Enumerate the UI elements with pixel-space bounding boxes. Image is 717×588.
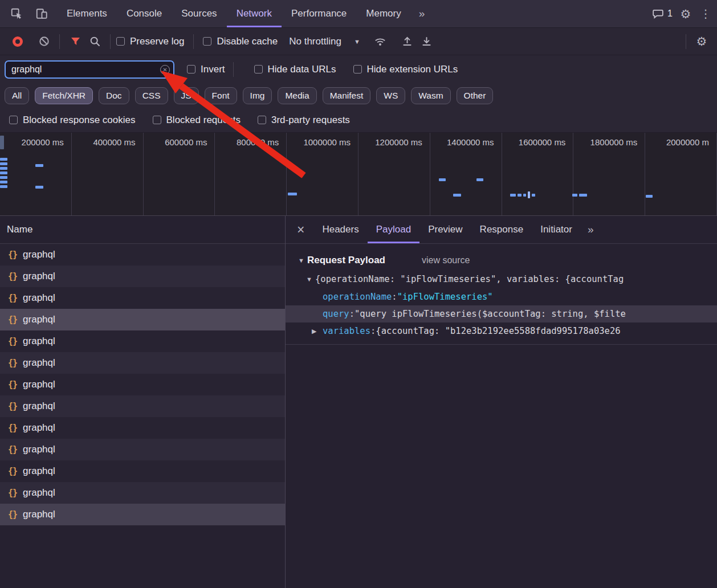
request-row[interactable]: {} graphql bbox=[0, 417, 285, 439]
request-row[interactable]: {} graphql bbox=[0, 266, 285, 287]
request-row[interactable]: {} graphql bbox=[0, 244, 285, 266]
request-row[interactable]: {} graphql bbox=[0, 460, 285, 482]
throttling-dropdown[interactable]: No throttling ▼ bbox=[289, 36, 360, 47]
more-tabs-icon[interactable]: » bbox=[411, 0, 433, 27]
timeline-tick-label: 600000 ms bbox=[165, 137, 207, 147]
resource-type-chip[interactable]: Wasm bbox=[411, 87, 450, 104]
panel-tab[interactable]: Performance bbox=[282, 0, 356, 27]
payload-rows: operationName : "ipFlowTimeseries" query… bbox=[286, 288, 717, 340]
details-tabbar: × HeadersPayloadPreviewResponseInitiator… bbox=[286, 216, 717, 244]
request-row[interactable]: {} graphql bbox=[0, 330, 285, 352]
payload-property-row[interactable]: operationName : "ipFlowTimeseries" bbox=[286, 288, 717, 305]
details-tab[interactable]: Preview bbox=[419, 216, 471, 243]
timeline-tick-label: 2000000 m bbox=[666, 137, 709, 147]
fetch-xhr-icon: {} bbox=[8, 315, 17, 325]
resource-type-chip[interactable]: Doc bbox=[99, 87, 129, 104]
request-row[interactable]: {} graphql bbox=[0, 482, 285, 504]
more-details-tabs-icon[interactable]: » bbox=[581, 216, 601, 243]
clear-filter-icon[interactable]: ✕ bbox=[160, 65, 170, 75]
payload-tree: ▼ {operationName: "ipFlowTimeseries", va… bbox=[286, 270, 717, 345]
request-row[interactable]: {} graphql bbox=[0, 287, 285, 309]
network-overview-timeline[interactable]: 200000 ms400000 ms600000 ms800000 ms1000… bbox=[0, 133, 717, 216]
close-details-icon[interactable]: × bbox=[286, 216, 313, 243]
checkbox bbox=[116, 37, 125, 46]
search-icon[interactable] bbox=[85, 32, 104, 51]
details-tab[interactable]: Payload bbox=[368, 216, 419, 243]
details-tab[interactable]: Initiator bbox=[532, 216, 581, 243]
timeline-column: 1400000 ms bbox=[430, 133, 502, 215]
resource-type-chip[interactable]: Manifest bbox=[323, 87, 371, 104]
panel-tab[interactable]: Elements bbox=[57, 0, 117, 27]
filter-option-checkbox[interactable]: Blocked requests bbox=[153, 115, 241, 126]
payload-property-row[interactable]: query : "query ipFlowTimeseries($account… bbox=[286, 305, 717, 322]
request-payload-section[interactable]: ▼ Request Payload view source bbox=[286, 251, 717, 270]
request-row[interactable]: {} graphql bbox=[0, 395, 285, 417]
payload-summary-row[interactable]: ▼ {operationName: "ipFlowTimeseries", va… bbox=[286, 270, 717, 288]
checkbox bbox=[9, 116, 18, 124]
invert-checkbox[interactable]: Invert bbox=[187, 64, 225, 75]
timeline-column: 200000 ms bbox=[0, 133, 72, 215]
network-settings-gear-icon[interactable]: ⚙ bbox=[692, 32, 711, 51]
resource-type-chip[interactable]: WS bbox=[376, 87, 405, 104]
filter-option-checkbox[interactable]: 3rd-party requests bbox=[258, 115, 350, 126]
fetch-xhr-icon: {} bbox=[8, 250, 17, 260]
timeline-tick-label: 200000 ms bbox=[22, 137, 64, 147]
network-conditions-icon[interactable] bbox=[370, 32, 390, 51]
filter-input[interactable] bbox=[5, 60, 174, 79]
timeline-scroll-thumb[interactable] bbox=[0, 136, 4, 149]
details-tab[interactable]: Response bbox=[471, 216, 532, 243]
resource-type-chip[interactable]: Font bbox=[205, 87, 237, 104]
request-row[interactable]: {} graphql bbox=[0, 439, 285, 460]
request-row[interactable]: {} graphql bbox=[0, 374, 285, 395]
panel-tab[interactable]: Memory bbox=[356, 0, 410, 27]
disable-cache-checkbox[interactable]: Disable cache bbox=[203, 36, 278, 47]
resource-type-chip[interactable]: All bbox=[5, 87, 29, 104]
resource-type-chip[interactable]: Img bbox=[243, 87, 272, 104]
inspect-element-icon[interactable] bbox=[7, 4, 26, 23]
settings-gear-icon[interactable]: ⚙ bbox=[676, 4, 695, 23]
fetch-xhr-icon: {} bbox=[8, 423, 17, 433]
hide-extension-urls-checkbox[interactable]: Hide extension URLs bbox=[353, 64, 458, 75]
request-name: graphql bbox=[23, 466, 55, 477]
kebab-menu-icon[interactable]: ⋮ bbox=[699, 4, 712, 23]
timeline-tick-label: 1600000 ms bbox=[519, 137, 566, 147]
resource-type-chip[interactable]: Fetch/XHR bbox=[35, 87, 93, 104]
view-source-link[interactable]: view source bbox=[422, 255, 470, 266]
payload-property-row[interactable]: ▶ variables : {accountTag: "b12e3b2192ee… bbox=[286, 322, 717, 340]
resource-type-chip[interactable]: JS bbox=[174, 87, 199, 104]
timeline-column: 600000 ms bbox=[144, 133, 215, 215]
resource-type-chip[interactable]: Other bbox=[457, 87, 494, 104]
network-split-view: Name {} graphql {} graphql {} gr bbox=[0, 216, 717, 588]
console-messages-icon[interactable] bbox=[650, 4, 665, 23]
devtools-tabbar: ElementsConsoleSourcesNetworkPerformance… bbox=[0, 0, 717, 28]
timeline-tick-label: 1000000 ms bbox=[303, 137, 351, 147]
panel-tab[interactable]: Network bbox=[227, 0, 282, 27]
preserve-log-checkbox[interactable]: Preserve log bbox=[116, 36, 184, 47]
request-row[interactable]: {} graphql bbox=[0, 309, 285, 330]
property-key: query bbox=[323, 309, 349, 319]
chevron-down-icon: ▼ bbox=[354, 38, 360, 45]
request-name: graphql bbox=[23, 379, 55, 390]
timeline-tick-label: 1400000 ms bbox=[447, 137, 494, 147]
request-row[interactable]: {} graphql bbox=[0, 504, 285, 525]
panel-tab[interactable]: Sources bbox=[172, 0, 226, 27]
timeline-column: 2000000 m bbox=[645, 133, 717, 215]
hide-data-urls-checkbox[interactable]: Hide data URLs bbox=[254, 64, 336, 75]
name-column-header[interactable]: Name bbox=[0, 216, 285, 244]
export-har-icon[interactable] bbox=[417, 32, 437, 51]
request-row[interactable]: {} graphql bbox=[0, 352, 285, 374]
request-name: graphql bbox=[23, 249, 55, 260]
details-tab[interactable]: Headers bbox=[313, 216, 367, 243]
checkbox-label: Hide extension URLs bbox=[367, 64, 458, 75]
fetch-xhr-icon: {} bbox=[8, 444, 17, 455]
record-network-log-icon[interactable] bbox=[8, 32, 27, 51]
panel-tab[interactable]: Console bbox=[117, 0, 172, 27]
filter-funnel-icon[interactable] bbox=[66, 32, 85, 51]
property-separator: : bbox=[392, 292, 397, 302]
filter-option-checkbox[interactable]: Blocked response cookies bbox=[9, 115, 136, 126]
device-toolbar-icon[interactable] bbox=[32, 4, 51, 23]
import-har-icon[interactable] bbox=[398, 32, 417, 51]
resource-type-chip[interactable]: CSS bbox=[135, 87, 168, 104]
clear-network-log-icon[interactable] bbox=[34, 32, 54, 51]
resource-type-chip[interactable]: Media bbox=[278, 87, 316, 104]
